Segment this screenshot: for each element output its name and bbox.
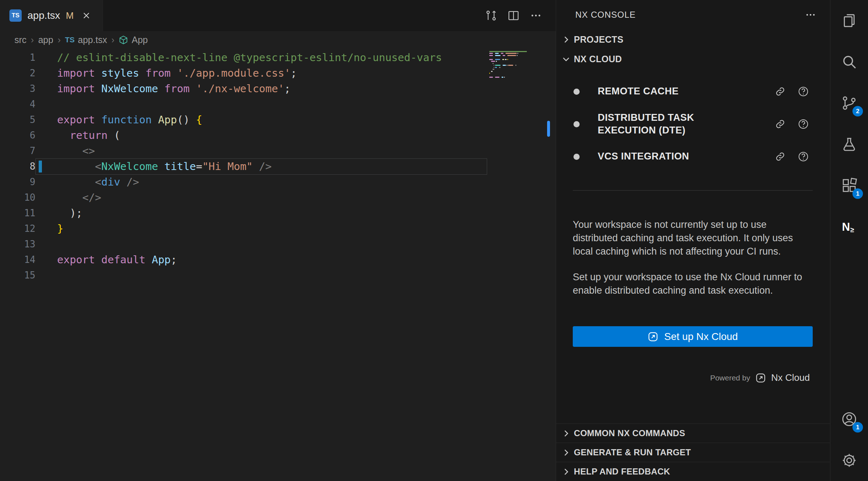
more-actions-icon[interactable] [528, 7, 544, 24]
split-editor-icon[interactable] [505, 7, 522, 24]
code-line[interactable]: 14export default App; [0, 252, 556, 268]
code-line[interactable]: 10 </> [0, 190, 556, 205]
breadcrumb-item-app[interactable]: app [38, 35, 53, 45]
tab-bar: TS app.tsx M [0, 0, 556, 31]
explorer-files[interactable] [830, 0, 868, 41]
line-number: 4 [0, 97, 35, 112]
code-line[interactable]: 6 return ( [0, 128, 556, 143]
test-beaker[interactable] [830, 124, 868, 165]
breadcrumb-label: app.tsx [78, 35, 107, 45]
nx-cloud-logo-icon [755, 373, 766, 383]
extensions[interactable]: 1 [830, 165, 868, 206]
breadcrumb-item-app[interactable]: App [119, 35, 147, 45]
workspace-status-text: Your workspace is not currently set up t… [573, 218, 811, 258]
code-lines: 1// eslint-disable-next-line @typescript… [0, 50, 556, 283]
code-line[interactable]: 2import styles from './app.module.css'; [0, 65, 556, 81]
code-line[interactable]: 12} [0, 221, 556, 237]
breadcrumb-label: App [132, 35, 147, 45]
minimap-line [487, 71, 546, 72]
line-number: 3 [0, 81, 35, 97]
connect-icon[interactable] [773, 84, 787, 99]
help-icon[interactable] [796, 117, 811, 131]
nx-cloud-brand[interactable]: Nx Cloud [771, 372, 810, 383]
panel-bottom-sections: COMMON NX COMMANDSGENERATE & RUN TARGETH… [556, 423, 830, 481]
chevron-right-icon [561, 35, 571, 44]
gutter-modified-indicator [39, 161, 42, 173]
line-number: 8 [0, 159, 35, 174]
section-help-and-feedback[interactable]: HELP AND FEEDBACK [556, 462, 830, 481]
code-line[interactable]: 11 ); [0, 205, 556, 221]
panel-spacer [556, 383, 830, 423]
breadcrumb-separator: › [29, 35, 36, 45]
code-line[interactable]: 5export function App() { [0, 112, 556, 128]
open-changes-icon[interactable] [483, 7, 499, 24]
tab-app-tsx[interactable]: TS app.tsx M [0, 0, 103, 31]
help-icon[interactable] [796, 149, 811, 164]
code-editor[interactable]: 1// eslint-disable-next-line @typescript… [0, 48, 556, 481]
section-label: COMMON NX COMMANDS [574, 428, 685, 438]
chevron-down-icon [561, 54, 571, 64]
powered-by: Powered by Nx Cloud [556, 372, 830, 383]
code-text: </> [57, 190, 101, 205]
gutter [35, 81, 57, 97]
section-projects[interactable]: PROJECTS [556, 30, 830, 49]
breadcrumb-separator: › [109, 35, 116, 45]
setup-hint-text: Set up your workspace to use the Nx Clou… [573, 271, 811, 297]
code-line[interactable]: 1// eslint-disable-next-line @typescript… [0, 50, 556, 65]
code-line[interactable]: 7 <> [0, 143, 556, 159]
code-line[interactable]: 3import NxWelcome from './nx-welcome'; [0, 81, 556, 97]
service-actions [773, 117, 811, 131]
code-text: <NxWelcome title="Hi Mom" /> [57, 159, 272, 174]
gutter [35, 237, 57, 252]
minimap-line [487, 55, 546, 56]
line-number: 9 [0, 174, 35, 190]
setup-nx-cloud-button[interactable]: Set up Nx Cloud [573, 326, 813, 347]
breadcrumb-label: src [14, 35, 26, 45]
breadcrumb-item-src[interactable]: src [14, 35, 26, 45]
connect-icon[interactable] [773, 117, 787, 131]
connect-icon[interactable] [773, 149, 787, 164]
activity-bar-bottom: 1 [830, 399, 868, 481]
gutter [35, 159, 57, 174]
git-modified-indicator: M [66, 10, 74, 21]
minimap-line [487, 73, 546, 74]
section-common-nx-commands[interactable]: COMMON NX COMMANDS [556, 423, 830, 443]
code-line[interactable]: 8 <NxWelcome title="Hi Mom" /> [0, 159, 556, 174]
breadcrumb-item-app-tsx[interactable]: TSapp.tsx [65, 35, 107, 45]
minimap[interactable] [487, 50, 546, 81]
panel-header: NX CONSOLE [556, 0, 830, 30]
code-text: import styles from './app.module.css'; [57, 65, 297, 81]
code-text: return ( [57, 128, 120, 143]
source-control[interactable]: 2 [830, 82, 868, 124]
close-tab-icon[interactable] [80, 9, 93, 22]
code-line[interactable]: 9 <div /> [0, 174, 556, 190]
section-label: NX CLOUD [574, 54, 622, 64]
settings-gear[interactable] [830, 440, 868, 481]
gutter [35, 50, 57, 65]
section-nx-cloud[interactable]: NX CLOUD [556, 49, 830, 69]
minimap-line [487, 63, 546, 64]
account[interactable]: 1 [830, 399, 868, 440]
gutter [35, 252, 57, 268]
code-line[interactable]: 4 [0, 97, 556, 112]
svg-text:≥: ≥ [850, 226, 854, 234]
status-dot-icon [573, 154, 580, 160]
search[interactable] [830, 41, 868, 82]
breadcrumb-label: app [38, 35, 53, 45]
help-icon[interactable] [796, 84, 811, 99]
nx-console[interactable]: N≥ [830, 206, 868, 247]
section-generate-run-target[interactable]: GENERATE & RUN TARGET [556, 443, 830, 462]
gutter [35, 97, 57, 112]
panel-more-icon[interactable] [802, 6, 819, 24]
minimap-line [487, 51, 546, 52]
code-line[interactable]: 15 [0, 268, 556, 283]
code-text: export function App() { [57, 112, 202, 128]
service-actions [773, 84, 811, 99]
test-beaker-icon [841, 136, 858, 153]
gutter [35, 268, 57, 283]
code-line[interactable]: 13 [0, 237, 556, 252]
code-text: <div /> [57, 174, 139, 190]
gutter [35, 143, 57, 159]
ts-file-icon: TS [9, 9, 22, 22]
editor-region: TS app.tsx M src›app›TSapp.tsx›App 1// e… [0, 0, 556, 481]
